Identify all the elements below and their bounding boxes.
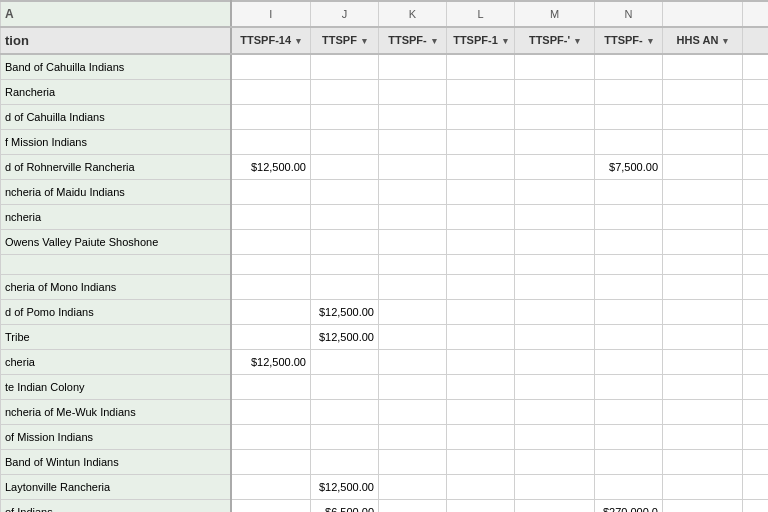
cell-ttspfk[interactable] — [379, 255, 447, 275]
table-row[interactable] — [1, 255, 769, 275]
cell-org-name[interactable]: ncheria of Maidu Indians — [1, 180, 231, 205]
cell-ttspfm[interactable] — [515, 130, 595, 155]
cell-ttspfm[interactable] — [515, 425, 595, 450]
cell-total[interactable] — [743, 325, 769, 350]
header-col-hhs[interactable]: HHS AN ▾ — [663, 27, 743, 54]
cell-ttspfn[interactable] — [595, 255, 663, 275]
cell-ttspfm[interactable] — [515, 375, 595, 400]
header-col-j[interactable]: TTSPF ▾ — [311, 27, 379, 54]
header-col-i[interactable]: TTSPF-14 ▾ — [231, 27, 311, 54]
cell-org-name[interactable]: te Indian Colony — [1, 375, 231, 400]
cell-hhs[interactable] — [663, 80, 743, 105]
cell-org-name[interactable]: d of Cahuilla Indians — [1, 105, 231, 130]
header-col-k[interactable]: TTSPF- ▾ — [379, 27, 447, 54]
cell-ttspfl[interactable] — [447, 400, 515, 425]
cell-ttspf[interactable]: $12,500.00 — [311, 300, 379, 325]
cell-ttspfm[interactable] — [515, 180, 595, 205]
header-col-a[interactable]: tion — [1, 27, 231, 54]
cell-hhs[interactable] — [663, 205, 743, 230]
cell-ttspfm[interactable] — [515, 230, 595, 255]
cell-ttspfk[interactable] — [379, 500, 447, 513]
table-row[interactable]: ncheria — [1, 205, 769, 230]
cell-total[interactable] — [743, 80, 769, 105]
cell-ttspf[interactable] — [311, 180, 379, 205]
cell-ttspf14[interactable] — [231, 400, 311, 425]
cell-ttspf14[interactable] — [231, 500, 311, 513]
cell-ttspfm[interactable] — [515, 300, 595, 325]
cell-ttspf14[interactable] — [231, 130, 311, 155]
cell-org-name[interactable]: Tribe — [1, 325, 231, 350]
cell-ttspfn[interactable] — [595, 80, 663, 105]
cell-ttspf14[interactable] — [231, 180, 311, 205]
cell-ttspfk[interactable] — [379, 54, 447, 80]
cell-ttspfk[interactable] — [379, 275, 447, 300]
table-row[interactable]: cheria of Mono Indians — [1, 275, 769, 300]
cell-ttspfl[interactable] — [447, 350, 515, 375]
cell-ttspfn[interactable] — [595, 275, 663, 300]
cell-ttspfk[interactable] — [379, 450, 447, 475]
cell-total[interactable] — [743, 230, 769, 255]
cell-ttspf[interactable] — [311, 275, 379, 300]
cell-hhs[interactable] — [663, 350, 743, 375]
cell-org-name[interactable]: Rancheria — [1, 80, 231, 105]
cell-ttspf[interactable] — [311, 105, 379, 130]
cell-ttspfl[interactable] — [447, 80, 515, 105]
cell-ttspf14[interactable] — [231, 205, 311, 230]
cell-total[interactable] — [743, 425, 769, 450]
cell-ttspfn[interactable] — [595, 425, 663, 450]
table-row[interactable]: ncheria of Me-Wuk Indians — [1, 400, 769, 425]
cell-ttspf14[interactable] — [231, 255, 311, 275]
cell-ttspf14[interactable] — [231, 425, 311, 450]
cell-ttspfk[interactable] — [379, 325, 447, 350]
cell-total[interactable] — [743, 450, 769, 475]
cell-org-name[interactable]: cheria of Mono Indians — [1, 275, 231, 300]
cell-org-name[interactable]: d of Rohnerville Rancheria — [1, 155, 231, 180]
cell-total[interactable] — [743, 500, 769, 513]
cell-ttspf[interactable] — [311, 80, 379, 105]
cell-ttspf[interactable]: $6,500.00 — [311, 500, 379, 513]
cell-ttspf14[interactable] — [231, 105, 311, 130]
cell-org-name[interactable]: Laytonville Rancheria — [1, 475, 231, 500]
table-row[interactable]: Owens Valley Paiute Shoshone — [1, 230, 769, 255]
cell-total[interactable] — [743, 155, 769, 180]
cell-ttspf14[interactable] — [231, 80, 311, 105]
cell-ttspf14[interactable] — [231, 275, 311, 300]
cell-ttspf14[interactable]: $12,500.00 — [231, 350, 311, 375]
cell-total[interactable] — [743, 400, 769, 425]
cell-hhs[interactable] — [663, 375, 743, 400]
cell-ttspfm[interactable] — [515, 54, 595, 80]
cell-ttspfm[interactable] — [515, 475, 595, 500]
cell-ttspfn[interactable] — [595, 325, 663, 350]
table-row[interactable]: ncheria of Maidu Indians — [1, 180, 769, 205]
table-row[interactable]: d of Cahuilla Indians — [1, 105, 769, 130]
cell-ttspfl[interactable] — [447, 205, 515, 230]
cell-ttspf14[interactable] — [231, 375, 311, 400]
cell-ttspfl[interactable] — [447, 375, 515, 400]
cell-ttspfn[interactable] — [595, 230, 663, 255]
cell-total[interactable] — [743, 205, 769, 230]
cell-ttspfl[interactable] — [447, 255, 515, 275]
cell-hhs[interactable] — [663, 300, 743, 325]
cell-ttspfn[interactable] — [595, 54, 663, 80]
cell-ttspfk[interactable] — [379, 375, 447, 400]
cell-ttspfl[interactable] — [447, 54, 515, 80]
cell-ttspfm[interactable] — [515, 80, 595, 105]
cell-ttspf14[interactable] — [231, 230, 311, 255]
cell-ttspfl[interactable] — [447, 475, 515, 500]
cell-ttspfn[interactable] — [595, 205, 663, 230]
cell-ttspf14[interactable] — [231, 54, 311, 80]
cell-ttspf[interactable] — [311, 130, 379, 155]
table-row[interactable]: Laytonville Rancheria$12,500.00 — [1, 475, 769, 500]
cell-ttspf14[interactable] — [231, 325, 311, 350]
cell-ttspf14[interactable]: $12,500.00 — [231, 155, 311, 180]
cell-hhs[interactable] — [663, 325, 743, 350]
table-row[interactable]: of Indians$6,500.00$270,000.0 — [1, 500, 769, 513]
cell-total[interactable] — [743, 105, 769, 130]
cell-ttspf[interactable] — [311, 350, 379, 375]
cell-ttspfm[interactable] — [515, 350, 595, 375]
cell-org-name[interactable]: Owens Valley Paiute Shoshone — [1, 230, 231, 255]
cell-total[interactable] — [743, 54, 769, 80]
table-row[interactable]: cheria$12,500.00 — [1, 350, 769, 375]
cell-hhs[interactable] — [663, 130, 743, 155]
cell-org-name[interactable]: f Mission Indians — [1, 130, 231, 155]
